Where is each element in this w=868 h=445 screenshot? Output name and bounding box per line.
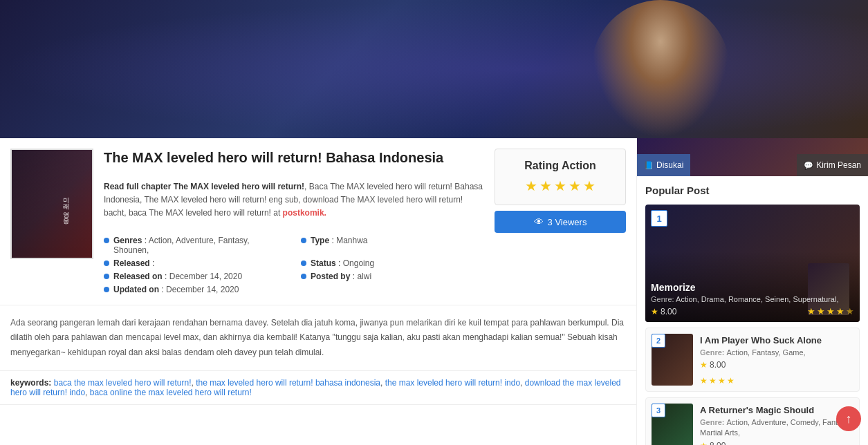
message-icon: 💬 — [804, 161, 813, 170]
released-bullet — [104, 261, 109, 266]
popular-score-value-3: 8.00 — [710, 441, 726, 445]
popular-genre-2: Genre: Action, Fantasy, Game, — [700, 348, 853, 358]
star-1: ★ — [525, 178, 537, 194]
hero-banner — [0, 0, 868, 138]
like-button[interactable]: 📘 Disukai — [637, 154, 690, 176]
featured-title-1: Memorize — [651, 282, 854, 293]
meta-genres: Genres : Action, Adventure, Fantasy, Sho… — [104, 236, 287, 255]
posted-by-bullet — [301, 274, 306, 279]
sidebar: 📘 Disukai 💬 Kirim Pesan Popular Post 1 — [636, 138, 868, 445]
story-text: Ada seorang pangeran lemah dari kerajaan… — [10, 316, 626, 361]
featured-score-row-1: ★ 8.00 ★★★★★ — [651, 306, 854, 316]
meta-type: Type : Manhwa — [301, 236, 484, 255]
manga-details: The MAX leveled hero will return! Bahasa… — [104, 149, 484, 294]
popular-info-3: A Returner's Magic Should Genre: Action,… — [700, 404, 853, 445]
featured-genre-1: Genre: Action, Drama, Romance, Seinen, S… — [651, 295, 854, 303]
facebook-icon: 📘 — [644, 161, 654, 170]
featured-overlay: Memorize Genre: Action, Drama, Romance, … — [645, 276, 860, 322]
released-on-label: Released on : December 14, 2020 — [113, 272, 242, 281]
keyword-link-5[interactable]: baca online the max leveled hero will re… — [90, 388, 252, 397]
popular-title-3: A Returner's Magic Should — [700, 405, 853, 415]
genres-label: Genres : Action, Adventure, Fantasy, Sho… — [113, 236, 287, 255]
keywords-text: baca the max leveled hero will return!, … — [10, 378, 621, 397]
featured-score-1: ★ 8.00 — [651, 307, 676, 316]
featured-stars-1: ★★★★★ — [807, 306, 854, 316]
keyword-link-3[interactable]: the max leveled hero will return! indo — [385, 378, 520, 388]
viewers-label: 3 Viewers — [548, 217, 587, 227]
popular-genre-text-2: Action, Fantasy, Game, — [727, 348, 806, 357]
popular-info-2: I Am Player Who Suck Alone Genre: Action… — [700, 334, 853, 386]
sidebar-top-image: 📘 Disukai 💬 Kirim Pesan — [637, 138, 868, 176]
featured-score-value-1: 8.00 — [661, 307, 676, 316]
main-content: 미래 영웅 The MAX leveled hero will return! … — [0, 138, 636, 445]
rating-stars: ★ ★ ★ ★ ★ — [506, 178, 615, 194]
manga-info-section: 미래 영웅 The MAX leveled hero will return! … — [0, 138, 636, 305]
message-button[interactable]: 💬 Kirim Pesan — [797, 154, 868, 176]
popular-rank-1: 1 — [651, 210, 667, 227]
keyword-link-2[interactable]: the max leveled hero will return! bahasa… — [196, 378, 380, 388]
hero-character-decoration — [591, 0, 730, 138]
featured-genre-text-1: Action, Drama, Romance, Seinen, Supernat… — [676, 295, 838, 303]
popular-thumb-3: 3 — [652, 404, 693, 445]
rating-title: Rating Action — [506, 160, 615, 172]
popular-title-2: I Am Player Who Suck Alone — [700, 335, 853, 345]
scroll-top-button[interactable]: ↑ — [836, 406, 861, 431]
status-label: Status : Ongoing — [311, 258, 374, 268]
popular-rank-2: 2 — [652, 334, 665, 348]
popular-score-value-2: 8.00 — [710, 360, 726, 370]
meta-released-on: Released on : December 14, 2020 — [104, 272, 287, 281]
star-3: ★ — [554, 178, 566, 194]
viewers-button[interactable]: 👁 3 Viewers — [495, 211, 626, 233]
updated-on-label: Updated on : December 14, 2020 — [113, 285, 239, 294]
popular-post-section: Popular Post 1 Memorize Genre: Action, D… — [637, 176, 868, 445]
popular-item-3[interactable]: 3 A Returner's Magic Should Genre: Actio… — [645, 397, 860, 445]
released-on-bullet — [104, 274, 109, 279]
meta-updated-on: Updated on : December 14, 2020 — [104, 285, 287, 294]
rating-box: Rating Action ★ ★ ★ ★ ★ 👁 3 Viewers — [495, 149, 626, 294]
star-5: ★ — [583, 178, 595, 194]
description-bold: Read full chapter The MAX leveled hero w… — [104, 182, 304, 191]
updated-on-bullet — [104, 287, 109, 292]
keyword-link-1[interactable]: baca the max leveled hero will return! — [54, 378, 192, 388]
manga-description: Read full chapter The MAX leveled hero w… — [104, 180, 484, 220]
popular-item-featured[interactable]: 1 Memorize Genre: Action, Drama, Romance… — [645, 205, 860, 322]
popular-score-3: ★ 8.00 — [700, 441, 853, 445]
keywords-section: keywords: baca the max leveled hero will… — [0, 371, 636, 405]
popular-thumb-2: 2 — [652, 334, 693, 386]
manga-title: The MAX leveled hero will return! Bahasa… — [104, 149, 484, 167]
rating-card: Rating Action ★ ★ ★ ★ ★ — [495, 149, 626, 205]
score-star-icon: ★ — [651, 307, 658, 316]
message-label: Kirim Pesan — [816, 160, 861, 170]
meta-posted-by: Posted by : alwi — [301, 272, 484, 281]
posted-by-label: Posted by : alwi — [311, 272, 371, 281]
type-label: Type : Manhwa — [311, 236, 368, 245]
manga-meta-grid: Genres : Action, Adventure, Fantasy, Sho… — [104, 236, 484, 294]
postkomik-link[interactable]: postkomik. — [283, 208, 326, 218]
eye-icon: 👁 — [534, 216, 544, 227]
released-label: Released : — [113, 258, 154, 268]
popular-list: 1 Memorize Genre: Action, Drama, Romance… — [645, 205, 860, 445]
popular-post-title: Popular Post — [645, 184, 860, 196]
popular-stars-2: ★★★★ — [700, 376, 853, 386]
meta-released: Released : — [104, 258, 287, 268]
like-label: Disukai — [656, 160, 683, 170]
type-bullet — [301, 238, 306, 243]
meta-status: Status : Ongoing — [301, 258, 484, 268]
story-section: Ada seorang pangeran lemah dari kerajaan… — [0, 305, 636, 372]
keywords-label: keywords: — [10, 378, 51, 388]
popular-genre-3: Genre: Action, Adventure, Comedy, Fantas… — [700, 417, 853, 439]
star-4: ★ — [569, 178, 581, 194]
manga-cover: 미래 영웅 — [10, 149, 93, 259]
genres-bullet — [104, 238, 109, 243]
popular-item-2[interactable]: 2 I Am Player Who Suck Alone Genre: Acti… — [645, 328, 860, 392]
star-2: ★ — [539, 178, 552, 194]
popular-score-2: ★ 8.00 — [700, 360, 853, 370]
status-bullet — [301, 261, 306, 266]
popular-rank-3: 3 — [652, 404, 665, 417]
manga-cover-text: 미래 영웅 — [34, 157, 71, 254]
